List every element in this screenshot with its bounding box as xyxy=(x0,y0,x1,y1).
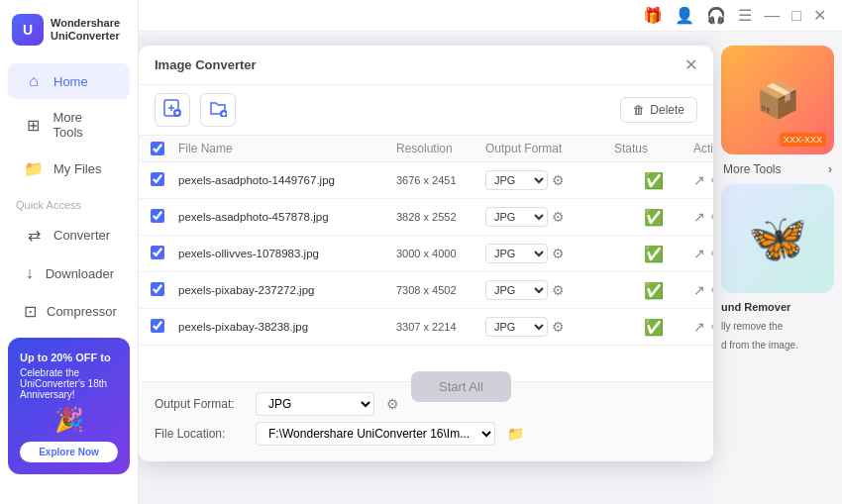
main-area: 🎁 👤 🎧 ☰ — □ ✕ 📦 XXX-XXX More Tools › 🦋 u… xyxy=(139,0,842,504)
sidebar-item-my-files[interactable]: 📁 My Files xyxy=(8,151,130,187)
menu-icon[interactable]: ☰ xyxy=(738,6,752,25)
file-location-select[interactable]: F:\Wondershare UniConverter 16\Im... xyxy=(256,422,495,446)
close-window-icon[interactable]: ✕ xyxy=(813,6,826,25)
row-resolution-2: 3000 x 4000 xyxy=(396,248,485,259)
more-tools-row[interactable]: More Tools › xyxy=(721,162,834,176)
header-status: Status xyxy=(614,142,693,155)
add-file-button[interactable] xyxy=(155,93,190,127)
row-format-select-0[interactable]: JPGPNGWEBP xyxy=(485,170,548,190)
row-share-icon-2[interactable]: ↗ xyxy=(693,246,705,261)
sidebar-item-compressor[interactable]: ⊡ Compressor xyxy=(8,293,130,330)
row-format-wrap-2: JPGPNGWEBP ⚙ xyxy=(485,244,614,263)
row-share-icon-0[interactable]: ↗ xyxy=(693,172,705,188)
row-status-0: ✅ xyxy=(614,171,693,190)
row-status-4: ✅ xyxy=(614,318,693,337)
headset-icon[interactable]: 🎧 xyxy=(706,6,726,25)
start-all-button[interactable]: Start All xyxy=(411,371,511,402)
row-edit-icon-3[interactable]: ✏ xyxy=(711,282,713,298)
sidebar-item-downloader[interactable]: ↓ Downloader xyxy=(8,255,130,291)
row-checkbox-wrap-3 xyxy=(151,282,178,299)
row-filename-4: pexels-pixabay-38238.jpg xyxy=(178,321,396,333)
row-edit-icon-0[interactable]: ✏ xyxy=(711,172,713,188)
sidebar-item-compressor-label: Compressor xyxy=(47,304,117,319)
row-format-wrap-3: JPGPNGWEBP ⚙ xyxy=(485,280,614,300)
header-filename: File Name xyxy=(178,142,396,155)
delete-icon: 🗑 xyxy=(633,103,645,117)
dialog-close-button[interactable]: ✕ xyxy=(684,55,697,74)
top-bar: 🎁 👤 🎧 ☰ — □ ✕ xyxy=(139,0,842,32)
user-icon[interactable]: 👤 xyxy=(675,6,694,25)
footer-location-row: File Location: F:\Wondershare UniConvert… xyxy=(155,422,697,446)
row-status-1: ✅ xyxy=(614,208,693,227)
table-body: pexels-asadphoto-1449767.jpg 3676 x 2451… xyxy=(139,162,713,346)
row-format-settings-icon-3[interactable]: ⚙ xyxy=(552,282,565,298)
minimize-icon[interactable]: — xyxy=(764,7,780,25)
quick-access-label: Quick Access xyxy=(0,189,138,215)
row-edit-icon-2[interactable]: ✏ xyxy=(711,246,713,261)
row-checkbox-wrap-4 xyxy=(151,319,178,336)
output-format-settings-icon[interactable]: ⚙ xyxy=(386,396,399,412)
sidebar-item-more-tools[interactable]: ⊞ More Tools xyxy=(8,101,130,149)
file-location-label: File Location: xyxy=(155,427,244,441)
add-folder-button[interactable] xyxy=(200,93,236,127)
gift-icon[interactable]: 🎁 xyxy=(643,6,663,25)
row-checkbox-4[interactable] xyxy=(151,319,164,333)
output-format-select[interactable]: JPG PNG WEBP BMP xyxy=(256,392,374,416)
sidebar-item-my-files-label: My Files xyxy=(53,161,101,176)
sidebar-item-downloader-label: Downloader xyxy=(46,266,114,281)
logo-icon: U xyxy=(12,14,44,46)
promo-card: 📦 XXX-XXX xyxy=(721,46,834,154)
output-format-label: Output Format: xyxy=(155,397,244,411)
row-format-select-3[interactable]: JPGPNGWEBP xyxy=(485,280,548,300)
row-filename-3: pexels-pixabay-237272.jpg xyxy=(178,284,396,296)
table-row: pexels-asadphoto-457878.jpg 3828 x 2552 … xyxy=(139,199,713,236)
sidebar-nav: ⌂ Home ⊞ More Tools 📁 My Files Quick Acc… xyxy=(0,55,138,338)
row-format-select-1[interactable]: JPGPNGWEBP xyxy=(485,207,548,227)
promo-line4: Anniversary! xyxy=(20,389,118,400)
file-location-browse-icon[interactable]: 📁 xyxy=(507,426,524,442)
promo-banner: Up to 20% OFF to Celebrate the UniConver… xyxy=(8,338,130,474)
home-icon: ⌂ xyxy=(24,72,44,90)
row-checkbox-3[interactable] xyxy=(151,282,164,296)
promo-card-badge: XXX-XXX xyxy=(780,133,826,147)
row-status-2: ✅ xyxy=(614,245,693,263)
table-row: pexels-ollivves-1078983.jpg 3000 x 4000 … xyxy=(139,236,713,272)
row-format-wrap-4: JPGPNGWEBP ⚙ xyxy=(485,317,614,337)
promo-card-icon: 📦 xyxy=(756,79,800,121)
sidebar-item-converter[interactable]: ⇄ Converter xyxy=(8,217,130,253)
sidebar-item-home-label: Home xyxy=(53,74,88,89)
row-checkbox-0[interactable] xyxy=(151,172,164,186)
row-share-icon-1[interactable]: ↗ xyxy=(693,209,705,225)
sidebar-item-home[interactable]: ⌂ Home xyxy=(8,63,130,99)
row-action-3: ↗ ✏ Convert xyxy=(693,279,713,301)
row-checkbox-wrap-1 xyxy=(151,209,178,226)
butterfly-icon: 🦋 xyxy=(748,211,807,266)
row-format-settings-icon-0[interactable]: ⚙ xyxy=(552,172,565,188)
header-resolution: Resolution xyxy=(396,142,485,155)
dialog-title: Image Converter xyxy=(155,57,257,72)
row-status-3: ✅ xyxy=(614,281,693,300)
row-format-settings-icon-1[interactable]: ⚙ xyxy=(552,209,565,225)
logo-text: Wondershare UniConverter xyxy=(51,17,120,43)
maximize-icon[interactable]: □ xyxy=(791,7,801,25)
row-edit-icon-1[interactable]: ✏ xyxy=(711,209,713,225)
row-format-wrap-0: JPGPNGWEBP ⚙ xyxy=(485,170,614,190)
delete-button[interactable]: 🗑 Delete xyxy=(620,97,697,123)
row-format-settings-icon-2[interactable]: ⚙ xyxy=(552,246,565,261)
row-checkbox-2[interactable] xyxy=(151,246,164,259)
row-edit-icon-4[interactable]: ✏ xyxy=(711,319,713,335)
row-format-select-4[interactable]: JPGPNGWEBP xyxy=(485,317,548,337)
promo-illustration: 🎉 xyxy=(20,406,118,434)
row-share-icon-4[interactable]: ↗ xyxy=(693,319,705,335)
table-row: pexels-pixabay-38238.jpg 3307 x 2214 JPG… xyxy=(139,309,713,346)
row-checkbox-wrap-2 xyxy=(151,246,178,262)
bg-remover-label: und Remover xyxy=(721,301,834,313)
row-checkbox-1[interactable] xyxy=(151,209,164,223)
row-format-wrap-1: JPGPNGWEBP ⚙ xyxy=(485,207,614,227)
row-share-icon-3[interactable]: ↗ xyxy=(693,282,705,298)
explore-now-button[interactable]: Explore Now xyxy=(20,442,118,462)
row-format-select-2[interactable]: JPGPNGWEBP xyxy=(485,244,548,263)
row-format-settings-icon-4[interactable]: ⚙ xyxy=(552,319,565,335)
select-all-checkbox[interactable] xyxy=(151,142,164,155)
delete-label: Delete xyxy=(650,103,684,117)
